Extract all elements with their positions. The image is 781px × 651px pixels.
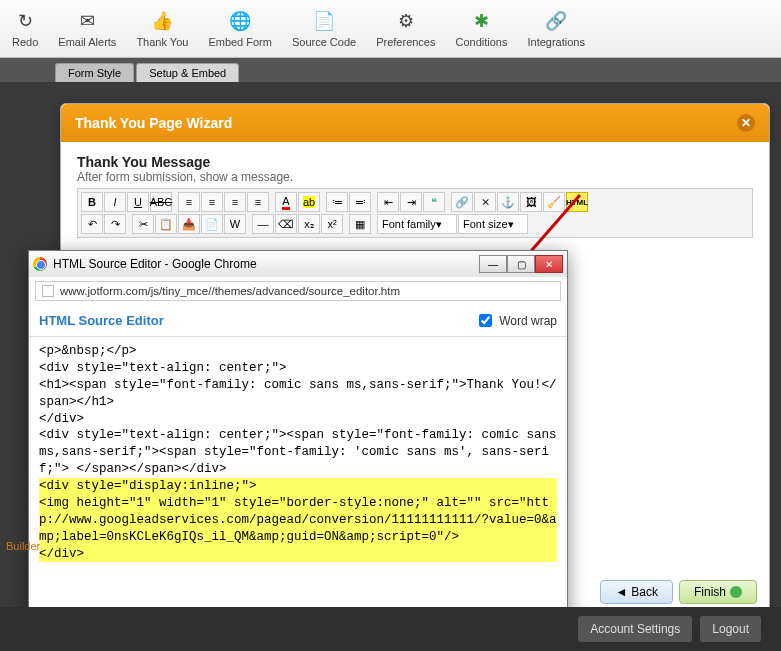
side-builder-label: Builder (0, 540, 40, 552)
word-wrap-label: Word wrap (499, 314, 557, 328)
conditions-label: Conditions (455, 36, 507, 48)
forecolor-button[interactable]: A (275, 192, 297, 212)
align-left-button[interactable]: ≡ (178, 192, 200, 212)
envelope-icon: ✉ (75, 9, 99, 33)
backcolor-button[interactable]: ab (298, 192, 320, 212)
source-plain-text: <p>&nbsp;</p> <div style="text-align: ce… (39, 344, 564, 476)
source-editor-title: HTML Source Editor (39, 313, 164, 328)
image-button[interactable]: 🖼 (520, 192, 542, 212)
link-icon: 🔗 (544, 9, 568, 33)
message-title: Thank You Message (77, 154, 753, 170)
chrome-icon (33, 257, 47, 271)
undo-button[interactable]: ↶ (81, 214, 103, 234)
page-icon (42, 285, 54, 297)
wizard-header: Thank You Page Wizard ✕ (61, 104, 769, 142)
source-editor-textarea[interactable]: <p>&nbsp;</p> <div style="text-align: ce… (29, 337, 567, 617)
remove-format-button[interactable]: ⌫ (275, 214, 297, 234)
globe-icon: 🌐 (228, 9, 252, 33)
redo-icon: ↻ (13, 9, 37, 33)
maximize-button[interactable]: ▢ (507, 255, 535, 273)
ul-button[interactable]: ≔ (326, 192, 348, 212)
source-highlighted-text: <div style="display:inline;"> <img heigh… (39, 478, 557, 562)
redo-button[interactable]: ↻ Redo (2, 4, 48, 53)
sub-button[interactable]: x₂ (298, 214, 320, 234)
thumbs-up-icon: 👍 (150, 9, 174, 33)
minimize-button[interactable]: ― (479, 255, 507, 273)
source-code-label: Source Code (292, 36, 356, 48)
indent-button[interactable]: ⇥ (400, 192, 422, 212)
tab-setup-embed-label: Setup & Embed (149, 67, 226, 79)
account-settings-button[interactable]: Account Settings (578, 616, 692, 642)
preferences-button[interactable]: ⚙ Preferences (366, 4, 445, 53)
conditions-button[interactable]: ✱ Conditions (445, 4, 517, 53)
main-toolbar: ↻ Redo ✉ Email Alerts 👍 Thank You 🌐 Embe… (0, 0, 781, 58)
align-center-button[interactable]: ≡ (201, 192, 223, 212)
wizard-title: Thank You Page Wizard (75, 115, 232, 131)
integrations-button[interactable]: 🔗 Integrations (517, 4, 594, 53)
copy-button[interactable]: 📋 (155, 214, 177, 234)
anchor-button[interactable]: ⚓ (497, 192, 519, 212)
word-wrap-toggle[interactable]: Word wrap (475, 311, 557, 330)
source-code-button[interactable]: 📄 Source Code (282, 4, 366, 53)
email-alerts-button[interactable]: ✉ Email Alerts (48, 4, 126, 53)
logout-button[interactable]: Logout (700, 616, 761, 642)
strike-button[interactable]: ABC (150, 192, 172, 212)
window-close-button[interactable]: ✕ (535, 255, 563, 273)
unlink-button[interactable]: ⨯ (474, 192, 496, 212)
ol-button[interactable]: ≕ (349, 192, 371, 212)
align-justify-button[interactable]: ≡ (247, 192, 269, 212)
thank-you-label: Thank You (136, 36, 188, 48)
outdent-button[interactable]: ⇤ (377, 192, 399, 212)
address-bar[interactable]: www.jotform.com/js/tiny_mce//themes/adva… (35, 281, 561, 301)
font-size-select[interactable]: Font size ▾ (458, 214, 528, 234)
html-source-button[interactable]: HTML (566, 192, 588, 212)
paste-text-button[interactable]: 📄 (201, 214, 223, 234)
branch-icon: ✱ (469, 9, 493, 33)
cleanup-button[interactable]: 🧹 (543, 192, 565, 212)
cut-button[interactable]: ✂ (132, 214, 154, 234)
wizard-close-button[interactable]: ✕ (737, 114, 755, 132)
email-alerts-label: Email Alerts (58, 36, 116, 48)
thank-you-button[interactable]: 👍 Thank You (126, 4, 198, 53)
integrations-label: Integrations (527, 36, 584, 48)
close-icon: ✕ (741, 116, 751, 130)
paste-button[interactable]: 📥 (178, 214, 200, 234)
tab-form-style-label: Form Style (68, 67, 121, 79)
url-text: www.jotform.com/js/tiny_mce//themes/adva… (60, 285, 400, 297)
window-title: HTML Source Editor - Google Chrome (53, 257, 257, 271)
back-button[interactable]: ◄ Back (600, 580, 673, 604)
font-family-select[interactable]: Font family ▾ (377, 214, 457, 234)
italic-button[interactable]: I (104, 192, 126, 212)
redo-label: Redo (12, 36, 38, 48)
tabs-bar: Form Style Setup & Embed (0, 58, 781, 82)
document-icon: 📄 (312, 9, 336, 33)
preferences-label: Preferences (376, 36, 435, 48)
align-right-button[interactable]: ≡ (224, 192, 246, 212)
tab-setup-embed[interactable]: Setup & Embed (136, 63, 239, 82)
sup-button[interactable]: x² (321, 214, 343, 234)
source-editor-header: HTML Source Editor Word wrap (29, 305, 567, 337)
gear-icon: ⚙ (394, 9, 418, 33)
bold-button[interactable]: B (81, 192, 103, 212)
table-button[interactable]: ▦ (349, 214, 371, 234)
paste-word-button[interactable]: W (224, 214, 246, 234)
underline-button[interactable]: U (127, 192, 149, 212)
hr-button[interactable]: — (252, 214, 274, 234)
check-icon (730, 586, 742, 598)
html-source-editor-window: HTML Source Editor - Google Chrome ― ▢ ✕… (28, 250, 568, 651)
window-titlebar[interactable]: HTML Source Editor - Google Chrome ― ▢ ✕ (29, 251, 567, 277)
word-wrap-checkbox[interactable] (479, 314, 492, 327)
blockquote-button[interactable]: ❝ (423, 192, 445, 212)
message-subtitle: After form submission, show a message. (77, 170, 753, 184)
rich-text-toolbar: B I U ABC ≡ ≡ ≡ ≡ A ab ≔ ≕ ⇤ ⇥ ❝ 🔗 (77, 188, 753, 238)
embed-form-label: Embed Form (208, 36, 272, 48)
embed-form-button[interactable]: 🌐 Embed Form (198, 4, 282, 53)
link-button[interactable]: 🔗 (451, 192, 473, 212)
finish-button[interactable]: Finish (679, 580, 757, 604)
tab-form-style[interactable]: Form Style (55, 63, 134, 82)
redo2-button[interactable]: ↷ (104, 214, 126, 234)
bottom-bar: Account Settings Logout (0, 607, 781, 651)
